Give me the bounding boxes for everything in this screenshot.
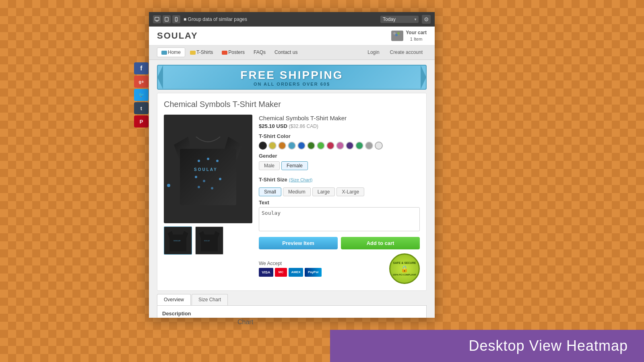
nav-contact[interactable]: Contact us: [270, 48, 301, 57]
tumblr-button[interactable]: t: [134, 102, 149, 114]
color-swatch-lightblue[interactable]: [288, 142, 296, 150]
home-icon: [161, 51, 167, 55]
product-main-image[interactable]: SOULAY: [164, 115, 252, 223]
color-swatch-gray[interactable]: [365, 142, 373, 150]
gender-male-btn[interactable]: Male: [259, 161, 280, 170]
free-shipping-banner: FREE SHIPPING ON ALL ORDERS OVER 60$: [157, 65, 427, 90]
amex-icon: AMEX: [289, 268, 303, 277]
monitor-icon[interactable]: [153, 15, 161, 23]
google-plus-icon: g+: [138, 79, 144, 84]
pinterest-icon: P: [140, 119, 143, 125]
text-input[interactable]: Soulay: [259, 207, 420, 231]
product-image-area: SOULAY: [164, 115, 252, 284]
nav-posters[interactable]: Posters: [218, 48, 249, 57]
color-swatch-pink[interactable]: [336, 142, 344, 150]
chart-label: Chart: [237, 319, 253, 326]
browser-window: ■ Group data of similar pages Today Yest…: [149, 12, 435, 318]
google-plus-button[interactable]: g+: [134, 76, 149, 88]
preview-item-button[interactable]: Preview Item: [259, 237, 338, 249]
paypal-icon: PayPal: [305, 268, 322, 277]
tabs-area: Overview Size Chart Description Write an…: [157, 294, 427, 318]
svg-text:SOULAY: SOULAY: [174, 240, 181, 241]
product-main: SOULAY: [164, 115, 420, 284]
pinterest-button[interactable]: P: [134, 115, 149, 128]
product-section: Chemical Symbols T-Shirt Maker: [157, 93, 427, 291]
nav-right-links: Login Create account: [363, 48, 427, 57]
nav-faqs[interactable]: FAQs: [250, 48, 270, 57]
svg-point-17: [195, 176, 197, 178]
product-thumbnails: SOULAY SOULAY: [164, 226, 252, 255]
svg-point-9: [395, 34, 398, 36]
nav-create-account[interactable]: Create account: [386, 48, 427, 57]
color-swatch-purple[interactable]: [346, 142, 354, 150]
twitter-button[interactable]: 🐦: [134, 89, 149, 101]
size-small-btn[interactable]: Small: [259, 187, 281, 196]
color-swatch-orange[interactable]: [278, 142, 286, 150]
poster-icon: [222, 51, 227, 55]
color-swatch-teal[interactable]: [355, 142, 363, 150]
tabs-bar: Overview Size Chart: [157, 294, 427, 306]
website-content: SOULAY Your cart 1 Item Hom: [149, 27, 435, 318]
color-swatch-darkgreen[interactable]: [307, 142, 315, 150]
product-name: Chemical Symbols T-Shirt Maker: [259, 115, 420, 121]
browser-tab-label: ■ Group data of similar pages: [184, 16, 377, 22]
color-swatch-red[interactable]: [326, 142, 334, 150]
color-swatch-white[interactable]: [375, 142, 383, 150]
product-details: Chemical Symbols T-Shirt Maker $25.10 US…: [259, 115, 420, 284]
tab-size-chart[interactable]: Size Chart: [192, 294, 228, 305]
visa-icon: VISA: [259, 268, 273, 277]
color-swatch-black[interactable]: [259, 142, 267, 150]
date-selector[interactable]: Today Yesterday Last 7 days Last 30 days: [380, 16, 419, 23]
we-accept-label: We Accept: [259, 261, 322, 266]
svg-rect-25: [169, 234, 186, 251]
thumbnail-1[interactable]: SOULAY: [164, 226, 192, 255]
banner-title: FREE SHIPPING: [158, 70, 426, 81]
color-swatch-blue[interactable]: [297, 142, 305, 150]
tshirt-icon: [190, 51, 196, 55]
nav-tshirts[interactable]: T-Shirts: [186, 48, 217, 57]
add-to-cart-button[interactable]: Add to cart: [341, 237, 420, 249]
color-swatch-gold[interactable]: [268, 142, 277, 150]
tab-content: Description Write any word/phrase with C…: [157, 306, 427, 318]
thumbnail-2[interactable]: SOULAY: [195, 226, 223, 255]
svg-point-15: [207, 158, 209, 160]
svg-point-6: [176, 21, 176, 21]
color-label: T-Shirt Color: [259, 133, 420, 139]
size-chart-link[interactable]: (Size Chart): [289, 177, 313, 182]
size-large-btn[interactable]: Large: [312, 187, 335, 196]
cart-area[interactable]: Your cart 1 Item: [391, 30, 427, 42]
facebook-icon: f: [140, 65, 142, 72]
svg-rect-12: [180, 149, 236, 205]
svg-rect-1: [156, 21, 158, 21]
date-selector-wrapper[interactable]: Today Yesterday Last 7 days Last 30 days: [380, 16, 419, 23]
tumblr-icon: t: [140, 105, 142, 111]
nav-home[interactable]: Home: [157, 47, 185, 57]
svg-point-19: [219, 178, 221, 180]
heatmap-footer: Desktop View Heatmap: [330, 330, 644, 362]
settings-gear-icon[interactable]: ⚙: [422, 15, 431, 24]
mobile-icon[interactable]: [172, 15, 180, 23]
size-xlarge-btn[interactable]: X-Large: [336, 187, 364, 196]
svg-point-16: [216, 160, 219, 162]
site-nav: Home T-Shirts Posters FAQs Contact us Lo…: [149, 45, 435, 60]
svg-point-8: [397, 32, 400, 35]
nav-links: Home T-Shirts Posters FAQs Contact us: [157, 47, 301, 57]
cart-text: Your cart 1 Item: [406, 30, 427, 42]
heatmap-label: Desktop View Heatmap: [469, 337, 628, 354]
facebook-button[interactable]: f: [134, 62, 149, 74]
size-medium-btn[interactable]: Medium: [283, 187, 311, 196]
description-title: Description: [162, 311, 421, 317]
tablet-icon[interactable]: [163, 15, 171, 23]
svg-rect-2: [156, 21, 158, 22]
twitter-icon: 🐦: [138, 92, 144, 98]
text-label: Text: [259, 200, 420, 206]
tab-overview[interactable]: Overview: [157, 294, 191, 305]
nav-login[interactable]: Login: [363, 48, 383, 57]
size-label-row: T-Shirt Size (Size Chart): [259, 173, 420, 185]
tshirt-svg: SOULAY: [174, 129, 242, 209]
svg-point-7: [393, 32, 396, 35]
social-sidebar: f g+ 🐦 t P: [134, 62, 149, 128]
color-swatch-green[interactable]: [317, 142, 325, 150]
gender-female-btn[interactable]: Female: [281, 161, 308, 170]
cart-icon: [391, 31, 403, 41]
